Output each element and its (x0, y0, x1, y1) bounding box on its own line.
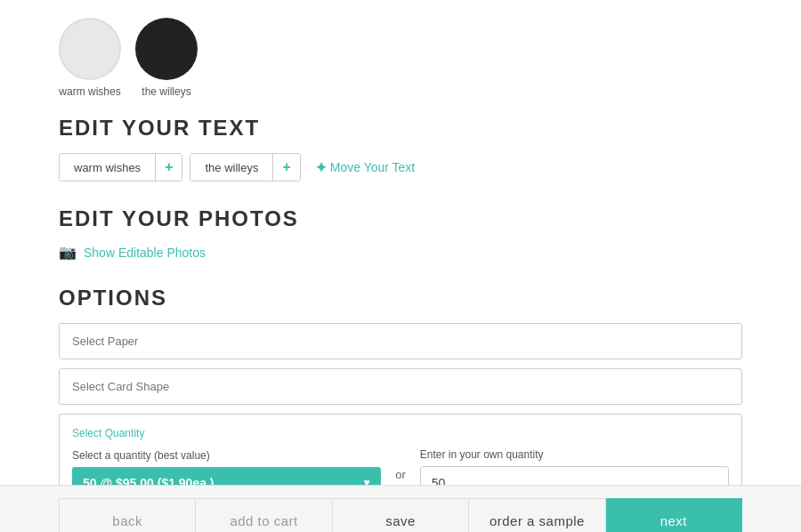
text-tabs-row: warm wishes + the willeys + ✦ Move Your … (59, 153, 742, 181)
next-button[interactable]: next (606, 498, 742, 532)
camera-icon: 📷 (59, 244, 77, 261)
save-button[interactable]: save (333, 498, 469, 532)
avatar-item-the-willeys: the willeys (135, 18, 198, 98)
text-tab-the-willeys: the willeys + (190, 153, 300, 181)
options-title: OPTIONS (59, 286, 742, 310)
back-button[interactable]: back (59, 498, 196, 532)
avatar-section: warm wishes the willeys (0, 0, 801, 107)
avatar-circle-light (59, 18, 121, 80)
edit-photos-title: EDIT YOUR PHOTOS (59, 206, 742, 231)
avatar-circle-dark (135, 18, 198, 80)
quantity-sub-label: Select a quantity (best value) (72, 449, 381, 462)
options-section: OPTIONS Select Quantity Select a quantit… (59, 286, 742, 513)
add-to-cart-button[interactable]: add to cart (196, 498, 332, 532)
order-sample-button[interactable]: order a sample (469, 498, 605, 532)
edit-text-title: EDIT YOUR TEXT (59, 116, 742, 141)
quantity-label: Select Quantity (72, 427, 729, 439)
paper-select[interactable] (59, 323, 742, 359)
tab-add-warm-wishes[interactable]: + (155, 154, 182, 181)
move-text-button[interactable]: ✦ Move Your Text (308, 154, 422, 181)
avatar-item-warm-wishes: warm wishes (59, 18, 121, 98)
show-editable-photos-button[interactable]: 📷 Show Editable Photos (59, 244, 742, 261)
tab-add-the-willeys[interactable]: + (272, 154, 299, 181)
text-tab-warm-wishes: warm wishes + (59, 153, 182, 181)
move-text-icon: ✦ (315, 159, 327, 176)
show-editable-photos-label: Show Editable Photos (84, 246, 206, 260)
or-divider: or (395, 468, 406, 481)
avatar-label-warm-wishes: warm wishes (59, 85, 120, 98)
edit-photos-section: EDIT YOUR PHOTOS 📷 Show Editable Photos (59, 206, 742, 261)
page-wrapper: warm wishes the willeys EDIT YOUR TEXT w… (0, 0, 801, 532)
card-shape-select[interactable] (59, 368, 742, 405)
move-text-label: Move Your Text (330, 160, 415, 174)
action-bar: back add to cart save order a sample nex… (0, 485, 801, 532)
edit-text-section: EDIT YOUR TEXT warm wishes + the willeys… (59, 116, 742, 181)
avatar-label-the-willeys: the willeys (142, 85, 190, 98)
tab-label-the-willeys: the willeys (190, 155, 272, 181)
tab-label-warm-wishes: warm wishes (60, 155, 155, 181)
custom-qty-label: Enter in your own quantity (420, 448, 729, 461)
main-content: EDIT YOUR TEXT warm wishes + the willeys… (0, 107, 801, 532)
